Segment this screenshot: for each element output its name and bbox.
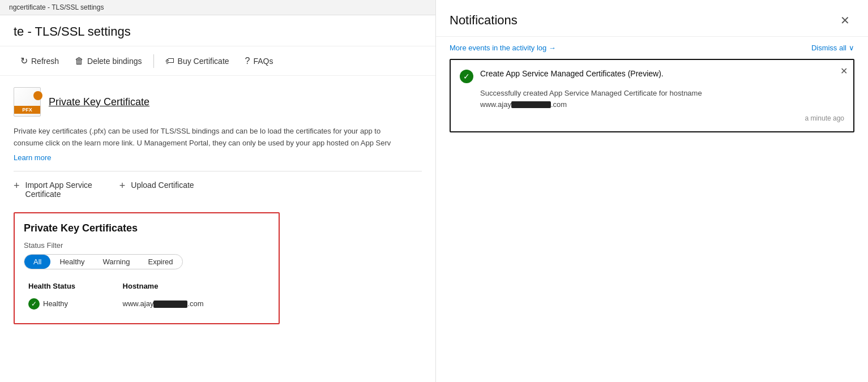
delete-icon: 🗑 — [75, 56, 84, 66]
dismiss-all-label: Dismiss all — [811, 44, 846, 52]
import-actions: + Import App ServiceCertificate + Upload… — [14, 181, 422, 199]
filter-expired[interactable]: Expired — [139, 255, 182, 269]
toolbar-divider — [153, 54, 154, 68]
pfx-icon: PFX — [14, 87, 41, 117]
toolbar: ↻ Refresh 🗑 Delete bindings 🏷 Buy Certif… — [0, 46, 435, 76]
upload-plus-icon: + — [119, 181, 126, 191]
buy-certificate-label: Buy Certificate — [178, 57, 229, 66]
delete-bindings-button[interactable]: 🗑 Delete bindings — [68, 53, 149, 70]
notifications-header: Notifications ✕ — [436, 0, 868, 37]
upload-certificate-button[interactable]: + Upload Certificate — [119, 181, 194, 199]
pfx-badge: PFX — [14, 106, 40, 114]
upload-label: Upload Certificate — [131, 181, 194, 190]
faq-icon: ? — [245, 56, 250, 66]
notification-body: Successfully created App Service Managed… — [480, 88, 844, 110]
redacted-bar — [153, 301, 187, 308]
notif-close-icon: ✕ — [840, 66, 848, 76]
buy-certificate-button[interactable]: 🏷 Buy Certificate — [159, 53, 236, 70]
notifications-title: Notifications — [450, 13, 518, 28]
dismiss-all-button[interactable]: Dismiss all ∨ — [811, 44, 854, 52]
cert-table-section: Private Key Certificates Status Filter A… — [14, 212, 280, 324]
learn-more-link[interactable]: Learn more — [14, 153, 51, 162]
delete-bindings-label: Delete bindings — [87, 57, 142, 66]
chevron-down-icon: ∨ — [849, 44, 854, 52]
page-title: te - TLS/SSL settings — [0, 15, 435, 46]
notif-redacted-bar — [511, 101, 551, 108]
notifications-body: ✕ ✓ Create App Service Managed Certifica… — [436, 59, 868, 382]
content-area: PFX Private Key Certificate Private key … — [0, 76, 435, 382]
faqs-button[interactable]: ? FAQs — [238, 53, 280, 70]
health-badge: ✓ Healthy — [28, 298, 114, 310]
filter-warning[interactable]: Warning — [94, 255, 139, 269]
notification-card: ✕ ✓ Create App Service Managed Certifica… — [450, 59, 854, 132]
cert-table-title: Private Key Certificates — [24, 222, 270, 234]
section-title: Private Key Certificate — [49, 96, 149, 108]
refresh-button[interactable]: ↻ Refresh — [14, 52, 66, 70]
notification-title: Create App Service Managed Certificates … — [480, 69, 844, 78]
import-app-service-button[interactable]: + Import App ServiceCertificate — [14, 181, 92, 199]
certificate-icon: 🏷 — [165, 56, 174, 66]
health-status-cell: ✓ Healthy — [24, 294, 118, 314]
notification-hostname: www.ajay.com — [480, 100, 567, 109]
table-row[interactable]: ✓ Healthy www.ajay.com — [24, 294, 270, 314]
notification-timestamp: a minute ago — [460, 114, 844, 122]
left-panel: ngcertificate - TLS/SSL settings te - TL… — [0, 0, 436, 382]
status-filter-label: Status Filter — [24, 241, 270, 250]
import-label: Import App ServiceCertificate — [25, 181, 92, 199]
faqs-label: FAQs — [254, 57, 273, 66]
filter-pills: All Healthy Warning Expired — [24, 254, 183, 269]
browser-tab: ngcertificate - TLS/SSL settings — [0, 0, 435, 15]
health-status-label: Healthy — [43, 299, 68, 308]
notification-close-button[interactable]: ✕ — [840, 66, 848, 76]
import-plus-icon: + — [14, 181, 20, 191]
col-hostname: Hostname — [118, 278, 270, 294]
filter-all[interactable]: All — [24, 255, 50, 269]
notification-body-prefix: Successfully created App Service Managed… — [480, 89, 702, 97]
refresh-label: Refresh — [31, 57, 59, 66]
hostname: www.ajay.com — [123, 299, 204, 308]
hostname-cell: www.ajay.com — [118, 294, 270, 314]
close-icon: ✕ — [840, 14, 850, 27]
notifications-close-button[interactable]: ✕ — [836, 11, 854, 29]
refresh-icon: ↻ — [20, 55, 28, 66]
cert-table: Health Status Hostname ✓ Healthy — [24, 278, 270, 314]
notifications-panel: Notifications ✕ More events in the activ… — [436, 0, 868, 382]
pfx-ribbon — [33, 91, 42, 100]
notifications-subheader: More events in the activity log → Dismis… — [436, 37, 868, 59]
section-description: Private key certificates (.pfx) can be u… — [14, 126, 410, 149]
section-header: PFX Private Key Certificate — [14, 87, 422, 117]
browser-tab-title: ngcertificate - TLS/SSL settings — [9, 3, 104, 11]
check-circle-icon: ✓ — [28, 298, 40, 310]
notification-card-header: ✓ Create App Service Managed Certificate… — [460, 69, 844, 83]
activity-log-link[interactable]: More events in the activity log → — [450, 44, 556, 52]
filter-healthy[interactable]: Healthy — [50, 255, 93, 269]
col-health-status: Health Status — [24, 278, 118, 294]
section-divider — [14, 171, 422, 171]
notification-check-icon: ✓ — [460, 70, 473, 83]
